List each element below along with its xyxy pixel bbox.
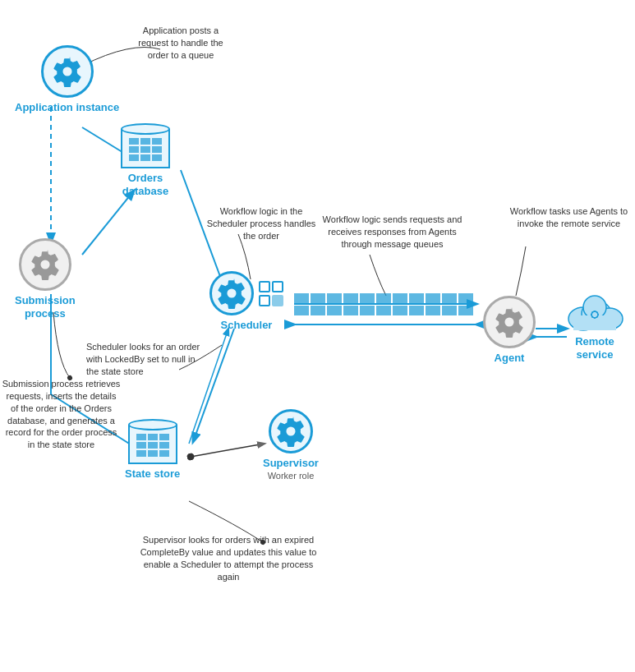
annotation-supervisor-looks: Supervisor looks for orders with an expi… bbox=[138, 534, 319, 582]
state-db-grid bbox=[131, 429, 174, 462]
cloud-svg bbox=[565, 289, 624, 332]
agent-gear-svg bbox=[494, 306, 525, 338]
worker-role-label: Worker role bbox=[268, 471, 315, 481]
svg-point-17 bbox=[583, 296, 606, 319]
submission-node: Submissionprocess bbox=[15, 238, 76, 320]
supervisor-icon bbox=[269, 409, 313, 453]
annotation-workflow-tasks: Workflow tasks use Agents to invoke the … bbox=[505, 205, 633, 230]
scheduler-label: Scheduler bbox=[221, 319, 273, 332]
scheduler-node: Scheduler bbox=[209, 271, 283, 332]
agent-label: Agent bbox=[495, 352, 525, 365]
supervisor-node: Supervisor Worker role bbox=[263, 409, 319, 481]
gear-svg bbox=[52, 56, 83, 87]
application-label: Application instance bbox=[15, 101, 119, 114]
svg-line-3 bbox=[82, 191, 134, 255]
state-store-icon bbox=[128, 419, 177, 464]
annotation-scheduler-logic: Workflow logic in the Scheduler process … bbox=[204, 205, 319, 242]
scheduler-gear-svg bbox=[216, 278, 247, 309]
remote-service-node: Remoteservice bbox=[565, 289, 624, 361]
submission-gear-svg bbox=[30, 249, 61, 280]
remote-service-label: Remoteservice bbox=[575, 335, 614, 361]
supervisor-gear-svg bbox=[275, 416, 306, 447]
db-top bbox=[121, 123, 170, 135]
annotation-app-post: Application posts a request to handle th… bbox=[127, 25, 234, 62]
db-body bbox=[121, 129, 170, 168]
svg-line-13 bbox=[191, 444, 265, 457]
submission-icon bbox=[19, 238, 71, 291]
submission-label: Submissionprocess bbox=[15, 294, 76, 320]
state-db-body bbox=[128, 425, 177, 464]
orders-db-label: Ordersdatabase bbox=[122, 172, 168, 197]
msg-strip-2 bbox=[294, 306, 473, 315]
annotation-scheduler-looks: Scheduler looks for an order with Locked… bbox=[86, 341, 209, 378]
scheduler-gear-icon bbox=[209, 271, 254, 315]
annotation-submission-retrieves: Submission process retrieves requests, i… bbox=[2, 378, 121, 451]
message-queue-upper bbox=[294, 293, 473, 315]
application-node: Application instance bbox=[15, 45, 119, 114]
diagram: Application instance Application posts a… bbox=[0, 0, 635, 672]
scheduler-workflow-icon bbox=[259, 281, 283, 306]
orders-db-icon bbox=[121, 123, 170, 168]
db-grid bbox=[124, 133, 167, 166]
annotation-workflow-sends: Workflow logic sends requests and receiv… bbox=[320, 214, 464, 251]
supervisor-label: Supervisor bbox=[263, 457, 319, 470]
state-db-top bbox=[128, 419, 177, 430]
application-icon bbox=[41, 45, 94, 98]
state-store-label: State store bbox=[125, 467, 180, 481]
state-store-node: State store bbox=[125, 419, 180, 481]
agent-icon bbox=[483, 296, 536, 348]
agent-node: Agent bbox=[483, 296, 536, 365]
msg-strip-1 bbox=[294, 293, 473, 303]
orders-db-node: Ordersdatabase bbox=[121, 123, 170, 197]
